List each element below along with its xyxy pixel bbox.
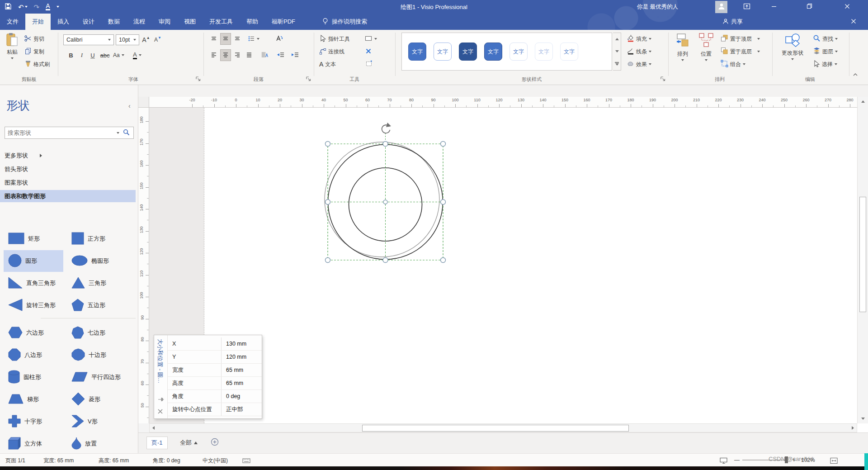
rotation-handle[interactable] — [382, 123, 391, 133]
ribbon-display-options-button[interactable] — [737, 0, 757, 14]
bring-to-front-button[interactable]: 置于顶层 — [721, 33, 760, 44]
panel-collapse-icon[interactable]: ‹ — [128, 102, 131, 109]
copy-button[interactable]: 复制 — [24, 46, 44, 57]
text-direction-button[interactable] — [259, 50, 269, 61]
handle-bottom-center[interactable] — [383, 258, 388, 263]
share-button[interactable]: 共享 — [722, 14, 743, 30]
status-language[interactable]: 中文(中国) — [203, 457, 228, 465]
shape-item-平行四边形[interactable]: 平行四边形 — [67, 366, 127, 388]
font-color-button[interactable]: A — [133, 50, 142, 61]
size-row-宽度[interactable]: 宽度65 mm — [168, 364, 262, 377]
tab-帮助[interactable]: 帮助 — [240, 14, 265, 30]
handle-bottom-left[interactable] — [326, 258, 330, 263]
status-page-info[interactable]: 页面 1/1 — [5, 457, 25, 465]
page-tab[interactable]: 页-1 — [146, 437, 168, 449]
select-button[interactable]: 选择 — [813, 59, 837, 70]
tell-me-search[interactable]: 操作说明搜索 — [322, 14, 367, 30]
horizontal-scroll-thumb[interactable] — [362, 425, 629, 432]
shape-search-box[interactable] — [5, 127, 134, 139]
paste-button[interactable]: 粘贴 — [3, 33, 22, 59]
shape-style-swatch-6[interactable]: 文字 — [535, 43, 553, 61]
tab-设计[interactable]: 设计 — [76, 14, 101, 30]
arrange-button[interactable]: 排列 — [672, 33, 693, 61]
shape-item-直角三角形[interactable]: 直角三角形 — [4, 272, 63, 294]
category-箭头形状[interactable]: 箭头形状 — [0, 163, 136, 175]
size-row-高度[interactable]: 高度65 mm — [168, 377, 262, 390]
shape-styles-dialog-launcher-icon[interactable] — [660, 76, 666, 82]
align-bottom-button[interactable] — [232, 33, 242, 44]
rectangle-tool-button[interactable] — [364, 33, 377, 44]
fit-page-icon[interactable] — [830, 457, 838, 465]
align-middle-button[interactable] — [221, 33, 231, 44]
scroll-down-arrow-icon[interactable] — [861, 418, 865, 420]
change-case-button[interactable]: Aa — [113, 50, 124, 61]
strikethrough-button[interactable]: abc — [99, 50, 111, 61]
fill-button[interactable]: 填充 — [627, 33, 651, 44]
line-button[interactable]: 线条 — [627, 46, 651, 57]
shape-item-圆柱形[interactable]: 圆柱形 — [4, 366, 63, 388]
tab-数据[interactable]: 数据 — [101, 14, 127, 30]
group-button[interactable]: 组合 — [721, 59, 745, 70]
shape-search-input[interactable] — [5, 129, 117, 136]
align-center-button[interactable] — [221, 50, 231, 61]
shape-item-三角形[interactable]: 三角形 — [67, 272, 127, 294]
tab-开发工具[interactable]: 开发工具 — [203, 14, 240, 30]
size-row-旋转中心点位置[interactable]: 旋转中心点位置正中部 — [168, 403, 262, 416]
scroll-right-icon[interactable] — [852, 426, 854, 430]
format-painter-button[interactable]: 格式刷 — [24, 59, 50, 70]
shape-item-V形[interactable]: V形 — [67, 411, 127, 432]
shape-item-五边形[interactable]: 五边形 — [67, 294, 127, 316]
scroll-up-arrow-icon[interactable] — [861, 100, 865, 103]
italic-button[interactable]: I — [77, 50, 87, 61]
keyboard-icon[interactable] — [242, 457, 250, 465]
size-row-value[interactable]: 0 deg — [221, 390, 262, 403]
handle-middle-left[interactable] — [326, 199, 330, 204]
text-tool-button[interactable]: A文本 — [319, 59, 336, 70]
autofit-text-button[interactable] — [273, 33, 285, 44]
decrease-indent-button[interactable] — [276, 50, 286, 61]
cut-button[interactable]: 剪切 — [24, 33, 44, 44]
shape-item-旋转三角形[interactable]: 旋转三角形 — [4, 294, 63, 316]
search-icon[interactable] — [123, 129, 130, 137]
shape-item-矩形[interactable]: 矩形 — [4, 228, 63, 250]
effects-button[interactable]: 效果 — [627, 59, 651, 70]
size-row-value[interactable]: 130 mm — [221, 337, 262, 350]
avatar[interactable] — [715, 1, 727, 13]
handle-top-center[interactable] — [383, 142, 388, 147]
status-angle[interactable]: 角度: 0 deg — [153, 457, 180, 465]
change-shape-button[interactable]: 更改形状 — [776, 33, 809, 60]
shape-style-swatch-4[interactable]: 文字 — [484, 43, 502, 61]
font-dialog-launcher-icon[interactable] — [195, 76, 202, 82]
send-to-back-button[interactable]: 置于底层 — [721, 46, 760, 57]
size-row-Y[interactable]: Y120 mm — [168, 351, 262, 364]
tab-视图[interactable]: 视图 — [177, 14, 203, 30]
shape-item-八边形[interactable]: 八边形 — [4, 344, 63, 366]
category-更多形状[interactable]: 更多形状 — [0, 149, 136, 161]
font-name-combo[interactable]: Calibri — [63, 34, 114, 45]
pin-icon[interactable] — [157, 396, 165, 404]
handle-center-pin[interactable] — [383, 200, 387, 204]
size-row-value[interactable]: 65 mm — [221, 377, 262, 389]
underline-button[interactable]: U — [88, 50, 98, 61]
find-button[interactable]: 查找 — [813, 33, 838, 44]
align-left-button[interactable] — [209, 50, 219, 61]
increase-indent-button[interactable] — [290, 50, 300, 61]
layers-button[interactable]: 图层 — [813, 46, 838, 57]
shape-item-椭圆形[interactable]: 椭圆形 — [67, 250, 127, 272]
add-page-button[interactable] — [211, 438, 219, 447]
gallery-scroll-up-button[interactable] — [613, 33, 621, 45]
handle-top-left[interactable] — [326, 142, 330, 147]
grow-font-button[interactable]: A▲ — [141, 34, 151, 45]
category-图表和数学图形[interactable]: 图表和数学图形 — [0, 190, 136, 202]
shape-item-菱形[interactable]: 菱形 — [67, 389, 127, 410]
status-width[interactable]: 宽度: 65 mm — [43, 457, 74, 465]
restore-button[interactable] — [799, 0, 819, 14]
tab-流程[interactable]: 流程 — [127, 14, 152, 30]
pointer-tool-button[interactable]: 指针工具 — [319, 33, 350, 44]
vertical-scroll-thumb[interactable] — [859, 197, 866, 312]
shape-item-放置[interactable]: 放置 — [67, 433, 127, 455]
all-pages-button[interactable]: 全部 — [180, 439, 198, 447]
close-button[interactable] — [837, 0, 857, 14]
gallery-scroll-down-button[interactable] — [613, 45, 621, 57]
shape-item-十边形[interactable]: 十边形 — [67, 344, 127, 366]
